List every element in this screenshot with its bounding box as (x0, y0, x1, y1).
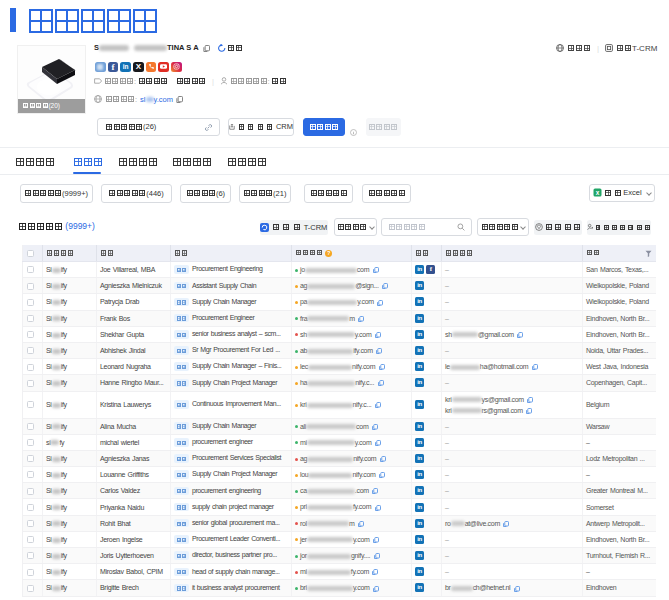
svg-text:x: x (596, 189, 600, 196)
